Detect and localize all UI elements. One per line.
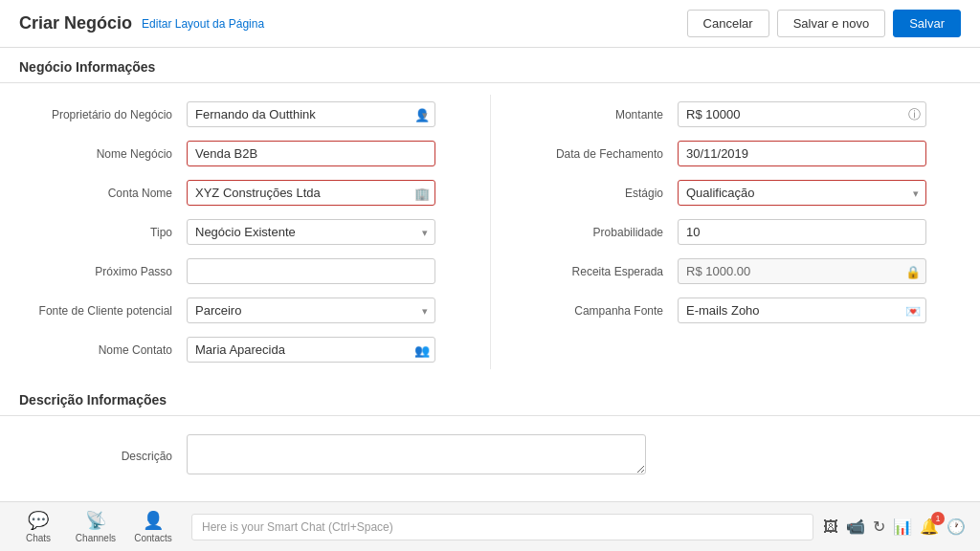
probabilidade-input[interactable] (678, 219, 926, 245)
refresh-icon[interactable]: ↻ (873, 518, 885, 536)
proprietario-input[interactable] (187, 101, 435, 127)
tipo-select[interactable]: Negócio Existente (187, 219, 435, 245)
data-fechamento-input[interactable] (678, 141, 926, 166)
probabilidade-wrapper (678, 219, 926, 245)
campanha-row: Campanha Fonte 💌 (491, 291, 961, 330)
data-fechamento-row: Data de Fechamento (491, 134, 961, 173)
nome-negocio-input[interactable] (187, 141, 435, 166)
notification-icon[interactable]: 🔔 1 (920, 518, 939, 536)
tipo-label: Tipo (19, 226, 187, 239)
receita-input[interactable] (678, 258, 926, 284)
negocio-section-header: Negócio Informações (0, 48, 980, 83)
notification-badge: 1 (931, 512, 945, 525)
tipo-row: Tipo Negócio Existente (19, 212, 490, 252)
main-content: Negócio Informações Proprietário do Negó… (0, 48, 980, 501)
video-icon[interactable]: 📹 (846, 518, 865, 536)
form-grid: Proprietário do Negócio 👤 Nome Negócio C… (19, 95, 961, 369)
channels-label: Channels (76, 533, 116, 543)
chats-label: Chats (26, 533, 51, 543)
estagio-wrapper: Qualificação (678, 180, 926, 206)
nome-contato-row: Nome Contato 👥 (19, 330, 490, 369)
chat-icon: 💬 (28, 510, 49, 531)
nav-contacts[interactable]: 👤 Contacts (124, 505, 182, 548)
cancel-button[interactable]: Cancelar (687, 10, 769, 37)
descricao-row: Descrição (19, 428, 961, 484)
nav-chats[interactable]: 💬 Chats (10, 505, 67, 548)
proximo-passo-input[interactable] (187, 258, 435, 284)
proprietario-label: Proprietário do Negócio (19, 108, 187, 121)
chart-icon[interactable]: 📊 (893, 518, 912, 536)
screen-icon[interactable]: 🖼 (823, 518, 838, 536)
descricao-textarea[interactable] (187, 434, 646, 474)
fonte-row: Fonte de Cliente potencial Parceiro (19, 291, 490, 330)
receita-wrapper: 🔒 (678, 258, 926, 284)
estagio-row: Estágio Qualificação (491, 173, 961, 212)
page-title: Criar Negócio (19, 13, 132, 33)
header-left: Criar Negócio Editar Layout da Página (19, 13, 264, 33)
proximo-passo-label: Próximo Passo (19, 265, 187, 278)
campanha-input[interactable] (678, 298, 926, 323)
conta-nome-input[interactable] (187, 180, 435, 206)
proximo-passo-row: Próximo Passo (19, 252, 490, 291)
campanha-wrapper: 💌 (678, 298, 926, 323)
left-column: Proprietário do Negócio 👤 Nome Negócio C… (19, 95, 490, 369)
conta-nome-wrapper: 🏢 (187, 180, 435, 206)
proximo-passo-wrapper (187, 258, 435, 284)
nome-contato-label: Nome Contato (19, 343, 187, 357)
montante-row: Montante ⓘ (491, 95, 961, 134)
save-new-button[interactable]: Salvar e novo (777, 10, 886, 37)
estagio-label: Estágio (510, 187, 678, 200)
montante-label: Montante (510, 108, 678, 121)
fonte-select[interactable]: Parceiro (187, 298, 435, 323)
campanha-label: Campanha Fonte (510, 304, 678, 318)
bottom-nav: 💬 Chats 📡 Channels 👤 Contacts (10, 505, 182, 548)
data-fechamento-label: Data de Fechamento (510, 147, 678, 161)
probabilidade-row: Probabilidade (491, 212, 961, 252)
conta-nome-label: Conta Nome (19, 187, 187, 200)
descricao-form-section: Descrição (0, 416, 980, 496)
fonte-wrapper: Parceiro (187, 298, 435, 323)
nome-negocio-wrapper (187, 141, 435, 166)
smart-chat-bar[interactable]: Here is your Smart Chat (Ctrl+Space) (191, 514, 813, 540)
descricao-section-header: Descrição Informações (0, 381, 980, 416)
channels-icon: 📡 (85, 510, 106, 531)
clock-icon[interactable]: 🕐 (947, 518, 966, 536)
montante-wrapper: ⓘ (678, 101, 926, 127)
proprietario-wrapper: 👤 (187, 101, 435, 127)
nav-channels[interactable]: 📡 Channels (67, 505, 124, 548)
nome-negocio-label: Nome Negócio (19, 147, 187, 161)
bottom-bar: 💬 Chats 📡 Channels 👤 Contacts Here is yo… (0, 501, 980, 551)
page-header: Criar Negócio Editar Layout da Página Ca… (0, 0, 980, 48)
probabilidade-label: Probabilidade (510, 226, 678, 239)
header-buttons: Cancelar Salvar e novo Salvar (687, 10, 961, 37)
nome-negocio-row: Nome Negócio (19, 134, 490, 173)
data-fechamento-wrapper (678, 141, 926, 166)
fonte-label: Fonte de Cliente potencial (19, 304, 187, 318)
contacts-label: Contacts (134, 533, 171, 543)
proprietario-row: Proprietário do Negócio 👤 (19, 95, 490, 134)
save-button[interactable]: Salvar (893, 10, 961, 37)
descricao-label: Descrição (19, 450, 187, 463)
conta-nome-row: Conta Nome 🏢 (19, 173, 490, 212)
montante-input[interactable] (678, 101, 926, 127)
estagio-select[interactable]: Qualificação (678, 180, 926, 206)
negocio-form-section: Proprietário do Negócio 👤 Nome Negócio C… (0, 83, 980, 381)
receita-row: Receita Esperada 🔒 (491, 252, 961, 291)
tipo-wrapper: Negócio Existente (187, 219, 435, 245)
nome-contato-wrapper: 👥 (187, 337, 435, 363)
receita-label: Receita Esperada (510, 265, 678, 278)
bottom-right-icons: 🖼 📹 ↻ 📊 🔔 1 🕐 (823, 518, 966, 536)
nome-contato-input[interactable] (187, 337, 435, 363)
right-column: Montante ⓘ Data de Fechamento Estágio (490, 95, 961, 369)
descricao-wrapper (187, 434, 646, 477)
contacts-icon: 👤 (143, 510, 164, 531)
edit-layout-link[interactable]: Editar Layout da Página (142, 17, 264, 31)
